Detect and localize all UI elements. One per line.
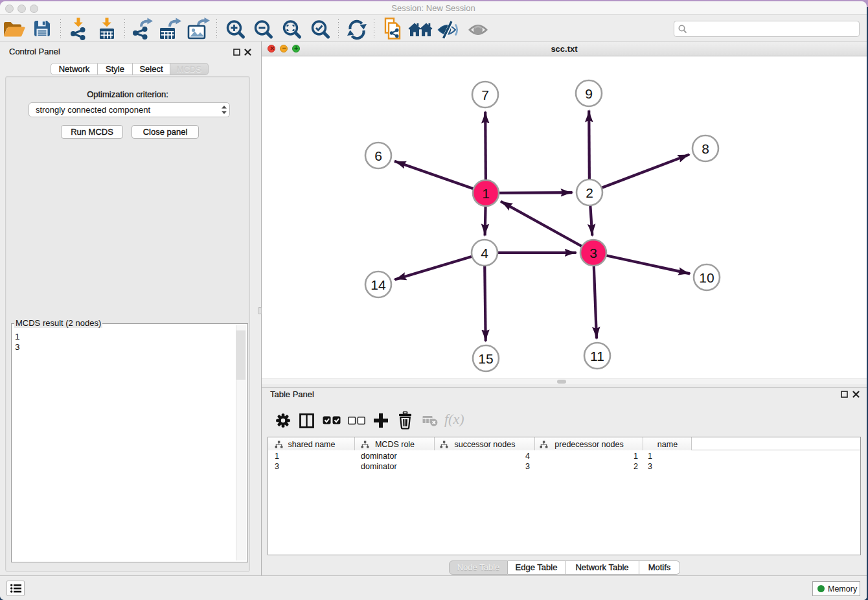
svg-text:2: 2 [586,185,593,200]
svg-text:10: 10 [699,270,714,285]
svg-text:4: 4 [481,246,488,260]
svg-text:7: 7 [481,87,489,102]
svg-text:9: 9 [585,86,593,101]
svg-text:6: 6 [374,148,382,163]
svg-text:11: 11 [590,349,604,363]
svg-text:14: 14 [371,277,386,292]
svg-text:3: 3 [589,246,597,260]
svg-text:15: 15 [478,351,493,366]
svg-text:1: 1 [482,186,490,201]
svg-text:8: 8 [702,141,709,156]
